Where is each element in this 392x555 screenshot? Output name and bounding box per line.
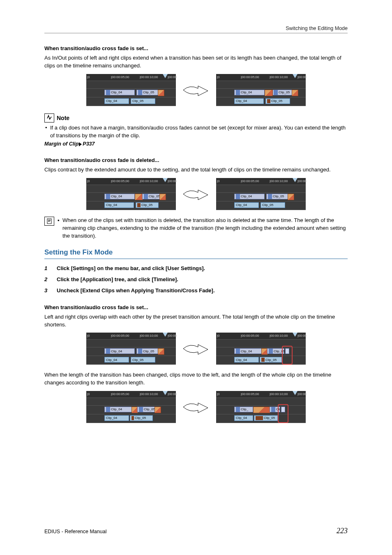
step-text: Uncheck [Extend Clips when Applying Tran… [57,287,215,295]
figure-fixmode-length-change: |0 |00:00:05;00 |00:00:10;00 |00:00 Clip… [44,391,348,423]
subheading-transition-set-2: When transition/audio cross fade is set.… [44,304,348,312]
step-num: 2 [44,276,49,284]
arrow-right-icon [182,399,210,415]
playhead-icon [293,178,297,182]
arrow-right-icon [182,82,210,98]
breadcrumb: Switching the Editing Mode [44,25,348,33]
playhead-icon [163,178,168,182]
body-text: Left and right clips overlap with each o… [44,313,348,329]
clip-video: Clip_05 [272,90,293,95]
ruler-tick: |0 [87,75,90,80]
arrow-right-icon [182,186,210,202]
playhead-icon [293,333,297,337]
step-num: 3 [44,287,49,295]
body-text: When the length of the transition has be… [44,371,348,387]
clip-audio: Clip_05 [131,98,155,104]
note-bullet: If a clip does not have a margin, transi… [44,124,348,140]
playhead-icon [163,391,168,395]
clip-audio: Clip_05 [265,98,290,104]
transition-icon [159,194,166,200]
xref-arrow-icon [79,142,82,146]
figure-fixmode-set: |0 |00:00:05;00 |00:00:10;00 |00:00 Clip… [44,333,348,365]
timeline-before: |0 |00:00:05;00 |00:00:10;00 |00:00 Clip… [86,391,176,423]
playhead-icon [293,74,297,78]
page-number: 223 [337,525,348,536]
timeline-before: |0 |00:00:05;00 |00:00:10;00 |00:00 Clip… [86,178,176,210]
clip-video: Clip_04 [104,90,135,95]
note-label: Note [57,114,69,122]
body-text: As In/Out points of left and right clips… [44,54,348,70]
figure-transition-set-extend: |0 |00:00:05;00 |00:00:10;00 |00:00 Clip… [44,74,348,106]
timeline-after: |0 |00:00:05;00 |00:00:10;00 |00:00 Clip… [216,178,306,210]
ruler-tick: |00:00:05;00 [241,75,259,80]
step-text: Click the [Application] tree, and click … [57,276,178,284]
heading-setting-fix-mode: Setting the Fix Mode [44,247,348,259]
transition-icon [265,90,273,96]
highlight-box [278,404,288,423]
subheading-transition-set-1: When transition/audio cross fade is set.… [44,45,348,53]
footer-doc-title: EDIUS - Reference Manual [44,528,106,535]
timeline-after: |0 |00:00:05;00 |00:00:10;00 |00:00 Clip… [216,333,306,365]
clip-audio: Clip_04 [104,98,129,104]
highlight-box [282,346,293,365]
ruler-tick: |00:00:10;00 [270,75,288,80]
clip-video: Clip_04 [234,90,265,95]
transition-icon [158,90,164,96]
ruler-tick: |00:00 [297,75,307,80]
transition-icon [288,194,294,200]
playhead-icon [293,391,297,395]
step-text: Click [Settings] on the menu bar, and cl… [57,265,205,273]
transition-icon [292,90,298,96]
timeline-before: |0 |00:00:05;00 |00:00:10;00 |00:00 Clip… [86,74,176,106]
playhead-icon [163,74,168,78]
note-icon [44,113,54,123]
arrow-right-icon [182,340,210,357]
ruler-tick: |0 [217,75,220,80]
timeline-after: |0 |00:00:05;00 |00:00:10;00 |00:00 Clip… [216,391,306,423]
body-text: Clips contract by the extended amount du… [44,166,348,174]
info-bullet: When one of the clips set with transitio… [58,217,348,240]
transition-icon [253,407,270,413]
transition-icon [154,407,161,413]
transition-icon [135,194,143,200]
clip-video: Clip_05 [136,90,159,95]
clip-audio: Clip_04 [234,98,264,104]
timeline-before: |0 |00:00:05;00 |00:00:10;00 |00:00 Clip… [86,333,176,365]
ruler-tick: |00:00:10;00 [140,75,158,80]
transition-icon [158,348,164,355]
ruler-tick: |00:00:05;00 [111,75,129,80]
figure-transition-deleted: |0 |00:00:05;00 |00:00:10;00 |00:00 Clip… [44,178,348,210]
ruler-tick: |00:00 [168,75,177,80]
playhead-icon [163,333,168,337]
step-num: 1 [44,265,49,273]
svg-rect-0 [47,219,51,224]
info-icon [44,217,54,226]
xref-margin-of-clip[interactable]: Margin of ClipP337 [44,140,348,148]
timeline-after: |0 |00:00:05;00 |00:00:10;00 |00:00 Clip… [216,74,306,106]
subheading-transition-deleted: When transition/audio cross fade is dele… [44,157,348,164]
